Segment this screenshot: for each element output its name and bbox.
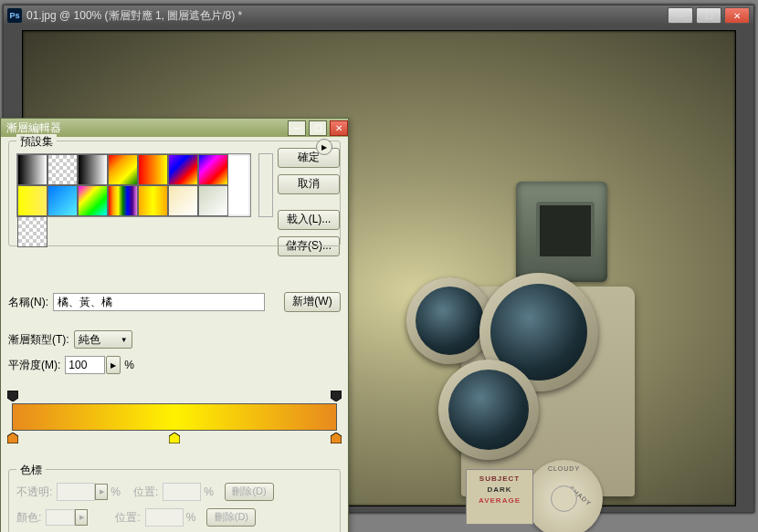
stops-group: 色標 不透明: ▶ % 位置: % 刪除(D) 顏色: ▶ 位置: % 刪除(D… (8, 469, 341, 532)
svg-marker-1 (331, 391, 342, 402)
opacity-stop[interactable] (331, 391, 342, 402)
document-title: 01.jpg @ 100% (漸層對應 1, 圖層遮色片/8) * (26, 8, 665, 24)
color-position-input (145, 508, 184, 527)
close-button[interactable]: ✕ (724, 7, 750, 24)
gradient-editor-dialog: 漸層編輯器 ─ ☐ ✕ 確定 取消 載入(L)... 儲存(S)... 預設集 … (0, 118, 349, 532)
color-stop[interactable] (331, 433, 342, 443)
svg-marker-3 (169, 433, 180, 443)
camera-illustration: CLOUDY SHADY SUBJECT DARK AVERAGE (406, 159, 662, 524)
presets-label: 預設集 (16, 134, 57, 150)
dialog-minimize-button[interactable]: ─ (288, 120, 306, 136)
preset-swatch[interactable] (108, 185, 138, 216)
preset-swatch[interactable] (17, 154, 47, 185)
app-icon: Ps (7, 8, 22, 23)
smoothness-row: 平滑度(M): ▶ % (8, 356, 341, 374)
smoothness-input[interactable] (65, 356, 105, 374)
chevron-down-icon: ▼ (121, 336, 128, 344)
dialog-close-button[interactable]: ✕ (330, 120, 348, 136)
preset-scrollbar[interactable] (258, 153, 273, 217)
position-label-2: 位置: (115, 510, 140, 526)
preset-swatch[interactable] (47, 185, 78, 216)
preset-swatch[interactable] (108, 154, 138, 185)
preset-swatch[interactable] (17, 216, 47, 247)
preset-swatch[interactable] (138, 185, 168, 216)
presets-menu-button[interactable]: ▶ (316, 139, 332, 155)
position-input (163, 483, 201, 501)
gradient-bar[interactable] (12, 403, 337, 431)
preset-swatch[interactable] (47, 154, 78, 185)
presets-group: 預設集 ▶ (8, 141, 341, 246)
preset-swatch[interactable] (17, 185, 47, 216)
name-input[interactable] (53, 293, 265, 311)
stops-label: 色標 (16, 463, 46, 478)
opacity-input (57, 483, 95, 501)
smoothness-label: 平滑度(M): (8, 358, 60, 373)
svg-marker-2 (7, 433, 18, 443)
preset-grid[interactable] (16, 153, 251, 217)
maximize-button[interactable]: ☐ (696, 7, 721, 24)
main-titlebar[interactable]: Ps 01.jpg @ 100% (漸層對應 1, 圖層遮色片/8) * ─ ☐… (4, 5, 753, 26)
delete-opacity-stop-button: 刪除(D) (225, 483, 274, 501)
percent-sign: % (124, 359, 134, 371)
preset-swatch[interactable] (198, 154, 228, 185)
dialog-title: 漸層編輯器 (6, 120, 61, 136)
dialog-maximize-button[interactable]: ☐ (309, 120, 327, 136)
svg-marker-4 (331, 433, 342, 443)
new-button[interactable]: 新增(W) (284, 292, 341, 312)
color-stop[interactable] (169, 433, 180, 443)
opacity-label: 不透明: (16, 485, 52, 500)
type-row: 漸層類型(T): 純色▼ (8, 330, 341, 349)
type-combo[interactable]: 純色▼ (74, 330, 132, 349)
gradient-editor-area (12, 391, 337, 443)
color-label: 顏色: (16, 510, 41, 526)
delete-color-stop-button: 刪除(D) (206, 508, 256, 527)
opacity-arrow: ▶ (95, 484, 108, 500)
svg-marker-0 (7, 391, 18, 402)
color-well (46, 509, 75, 526)
preset-swatch[interactable] (168, 154, 198, 185)
minimize-button[interactable]: ─ (668, 7, 693, 24)
smoothness-arrow[interactable]: ▶ (106, 356, 121, 374)
type-label: 漸層類型(T): (8, 332, 69, 348)
window-buttons: ─ ☐ ✕ (665, 7, 750, 24)
preset-swatch[interactable] (78, 185, 108, 216)
name-row: 名稱(N): 新增(W) (8, 292, 341, 312)
color-stop[interactable] (7, 433, 18, 443)
preset-swatch[interactable] (78, 154, 108, 185)
preset-swatch[interactable] (198, 185, 228, 216)
preset-swatch[interactable] (138, 154, 168, 185)
preset-swatch[interactable] (168, 185, 198, 216)
opacity-stop[interactable] (7, 391, 18, 402)
name-label: 名稱(N): (8, 295, 48, 310)
position-label: 位置: (133, 485, 158, 500)
color-arrow: ▶ (75, 509, 88, 526)
